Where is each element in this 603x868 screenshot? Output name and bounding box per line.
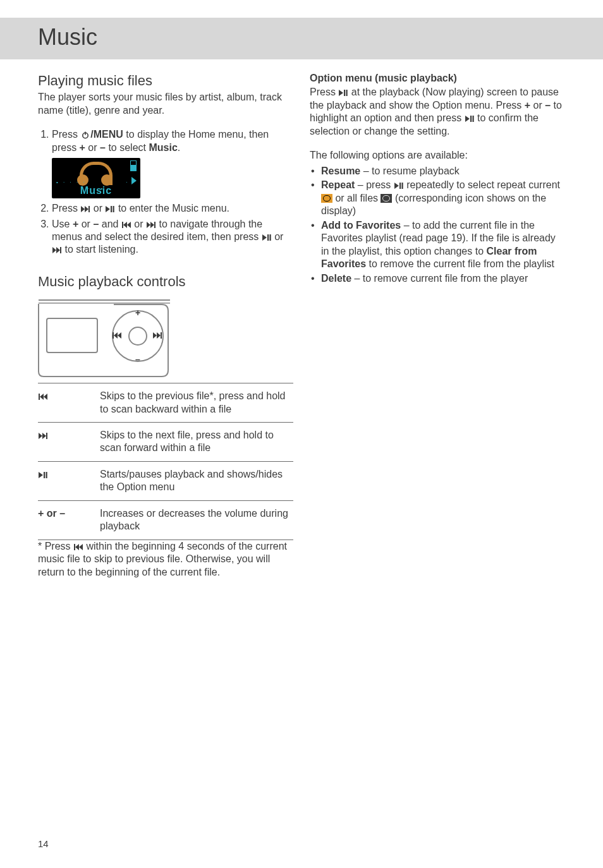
svg-rect-22	[47, 318, 97, 353]
text: – press	[355, 179, 393, 190]
text: – to remove current file from the player	[351, 273, 528, 284]
svg-rect-7	[113, 206, 114, 212]
text: or	[78, 219, 93, 229]
svg-marker-31	[157, 332, 161, 339]
prev-icon	[121, 221, 131, 229]
svg-rect-33	[39, 394, 40, 400]
svg-marker-10	[127, 222, 131, 228]
svg-marker-35	[44, 394, 47, 400]
next-icon	[146, 221, 156, 229]
svg-rect-40	[44, 472, 45, 478]
text: – to resume playback	[360, 166, 460, 176]
key-vol: + or –	[38, 500, 100, 539]
option-menu-paragraph: Press at the playback (Now playing) scre…	[310, 86, 565, 138]
svg-rect-13	[154, 222, 155, 228]
steps-list: Press /MENU to display the Home menu, th…	[38, 128, 293, 256]
text: and	[99, 219, 121, 229]
text: or all files	[332, 193, 381, 203]
text: or	[131, 219, 146, 229]
next-bar-icon	[80, 205, 90, 213]
controls-table: Skips to the previous file*, press and h…	[38, 383, 293, 540]
battery-icon	[130, 160, 137, 171]
svg-marker-3	[85, 206, 88, 212]
svg-marker-51	[394, 183, 399, 189]
text: to start listening.	[62, 244, 138, 255]
prev-icon	[73, 543, 83, 551]
svg-marker-48	[465, 116, 470, 122]
label: Repeat	[321, 179, 355, 190]
text: to select	[106, 142, 149, 153]
left-column: Playing music files The player sorts you…	[38, 68, 293, 581]
plus: +	[525, 100, 530, 111]
svg-rect-32	[161, 332, 162, 339]
option-menu-heading: Option menu (music playback)	[310, 72, 565, 85]
chapter-title: Music	[0, 18, 603, 59]
text: or	[90, 203, 105, 214]
svg-rect-1	[85, 132, 87, 135]
text: .	[178, 142, 180, 153]
text: Press	[52, 129, 80, 140]
option-delete: Delete – to remove current file from the…	[310, 272, 565, 285]
step-3: Use + or – and or to navigate through th…	[52, 218, 293, 256]
minus: –	[93, 219, 99, 229]
right-column: Option menu (music playback) Press at th…	[310, 68, 565, 581]
svg-marker-17	[52, 247, 56, 253]
text: to remove the current file from the play…	[366, 258, 554, 269]
svg-marker-18	[56, 247, 60, 253]
text: to enter the Music menu.	[115, 203, 229, 214]
plus: +	[80, 142, 85, 153]
svg-marker-5	[106, 206, 110, 212]
svg-marker-39	[39, 472, 43, 478]
svg-rect-42	[74, 544, 75, 550]
svg-marker-29	[118, 332, 121, 339]
menu-bold: /MENU	[90, 129, 123, 140]
screenshot-label: Music	[52, 184, 140, 197]
svg-rect-27	[113, 332, 114, 339]
play-pause-icon	[394, 182, 404, 190]
svg-marker-43	[75, 544, 79, 550]
svg-rect-6	[111, 206, 112, 212]
player-diagram: + –	[38, 297, 293, 379]
svg-rect-38	[46, 433, 47, 439]
repeat-all-icon	[381, 194, 392, 203]
svg-rect-52	[399, 183, 401, 189]
text: or	[272, 231, 284, 242]
svg-marker-11	[147, 222, 150, 228]
page-number: 14	[38, 838, 49, 849]
play-pause-icon	[338, 89, 348, 97]
svg-rect-53	[401, 183, 403, 189]
svg-rect-20	[39, 299, 170, 301]
svg-rect-15	[267, 234, 269, 241]
key-play	[38, 461, 100, 500]
music-bold: Music	[149, 142, 177, 153]
desc: Starts/pauses playback and shows/hides t…	[100, 461, 293, 500]
step-2: Press or to enter the Music menu.	[52, 202, 293, 215]
svg-marker-12	[150, 222, 154, 228]
text: repeatedly to select repeat current	[404, 179, 560, 190]
next-icon	[52, 246, 62, 254]
svg-marker-37	[42, 433, 46, 439]
table-row: Skips to the previous file*, press and h…	[38, 383, 293, 423]
svg-marker-2	[81, 206, 85, 212]
svg-rect-41	[46, 472, 47, 478]
step-1: Press /MENU to display the Home menu, th…	[52, 128, 293, 198]
svg-point-24	[129, 327, 147, 345]
svg-marker-36	[39, 433, 42, 439]
heading-playback-controls: Music playback controls	[38, 273, 293, 291]
footnote: * Press within the beginning 4 seconds o…	[38, 540, 293, 579]
plus: +	[73, 219, 78, 229]
svg-rect-49	[470, 116, 472, 122]
text: Press	[310, 87, 338, 97]
heading-playing-music: Playing music files	[38, 72, 293, 90]
svg-rect-46	[344, 90, 345, 96]
play-pause-icon	[465, 115, 475, 123]
text: or	[530, 100, 545, 111]
key-prev	[38, 383, 100, 423]
play-pause-icon	[262, 234, 272, 241]
play-pause-icon	[105, 205, 115, 213]
svg-rect-8	[122, 222, 123, 228]
svg-text:+: +	[135, 308, 140, 318]
desc: Increases or decreases the volume during…	[100, 500, 293, 539]
content-columns: Playing music files The player sorts you…	[0, 59, 603, 581]
svg-text:–: –	[135, 354, 140, 365]
